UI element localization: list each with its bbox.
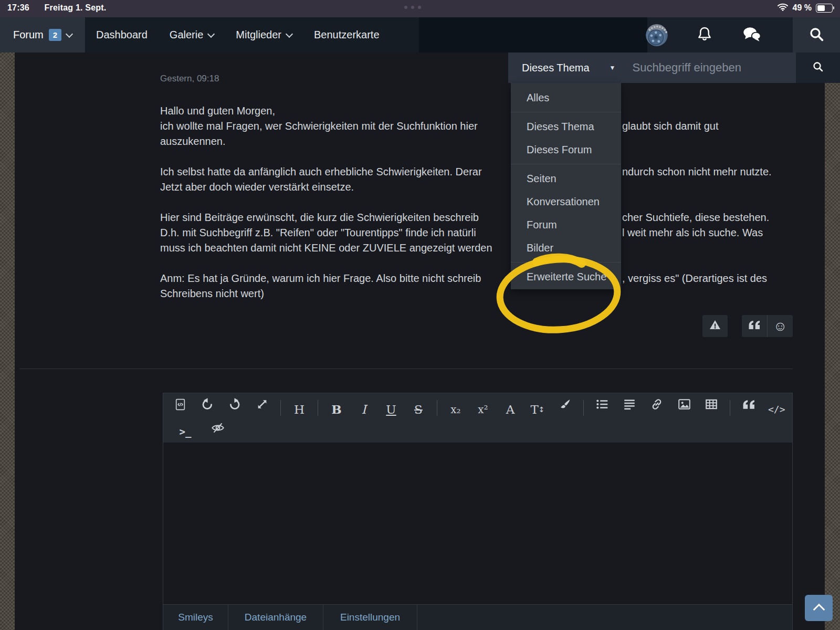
quote-icon (742, 400, 755, 418)
toolbar-separator (318, 400, 318, 416)
post-separator (19, 369, 793, 369)
status-date: Freitag 1. Sept. (45, 3, 107, 12)
menu-item-label: Forum (527, 219, 557, 231)
list-button[interactable] (589, 397, 616, 418)
highlight-brush-button[interactable] (551, 397, 579, 418)
nav-item-benutzerkarte[interactable]: Benutzerkarte (303, 17, 391, 52)
strikethrough-button[interactable]: S (405, 397, 432, 418)
editor-toolbar: H B I U S x₂ x² A T↕ (163, 393, 792, 443)
status-right: 49 % (777, 3, 833, 13)
post-line: Jetzt aber doch wieder verstärkt einsetz… (160, 180, 795, 195)
post-line-text: ndurch schon nicht mehr nutzte. (622, 164, 772, 180)
maximize-button[interactable] (248, 397, 276, 418)
italic-button[interactable]: I (350, 397, 377, 418)
dropdown-arrow-icon: ▼ (610, 64, 616, 71)
notifications-button[interactable] (689, 17, 720, 52)
text-size-button[interactable]: T↕ (524, 397, 551, 418)
chevron-down-icon (66, 30, 73, 37)
nav-item-galerie[interactable]: Galerie (159, 17, 225, 52)
report-post-button[interactable] (702, 315, 728, 337)
superscript-button[interactable]: x² (469, 397, 497, 418)
menu-item-erweiterte-suche[interactable]: Erweiterte Suche (511, 265, 621, 288)
image-icon (677, 397, 691, 418)
post-line: D.h. mit Suchbegriff z.B. "Reifen" oder … (160, 225, 795, 240)
post-line-text: Jetzt aber doch wieder verstärkt einsetz… (160, 180, 354, 195)
inline-code-button[interactable]: >_ (172, 419, 199, 440)
menu-divider (511, 262, 621, 262)
conversations-button[interactable] (736, 17, 768, 52)
smiley-icon: ☺ (773, 319, 788, 333)
search-input[interactable] (631, 60, 791, 75)
post-body-text: Hallo und guten Morgen, ich wollte mal F… (160, 103, 795, 301)
undo-button[interactable] (194, 397, 221, 418)
source-code-button[interactable] (166, 397, 194, 418)
table-button[interactable] (698, 397, 725, 418)
quote-block-button[interactable] (735, 397, 762, 418)
tab-dateianhaenge[interactable]: Dateianhänge (228, 605, 323, 630)
chevron-up-icon (813, 604, 825, 616)
search-submit-button[interactable] (796, 52, 840, 83)
menu-item-bilder[interactable]: Bilder (511, 236, 621, 259)
menu-divider (511, 112, 621, 112)
reply-message-textarea[interactable] (163, 443, 792, 604)
battery-percent: 49 % (793, 3, 812, 13)
underline-button[interactable]: U (377, 397, 405, 418)
menu-item-alles[interactable]: Alles (511, 86, 621, 109)
search-toggle-button[interactable] (793, 17, 840, 52)
post-line-text: Anm: Es hat ja Gründe, warum ich hier Fr… (160, 271, 481, 286)
heading-button[interactable]: H (286, 397, 313, 418)
menu-item-forum[interactable]: Forum (511, 213, 621, 236)
menu-item-seiten[interactable]: Seiten (511, 167, 621, 190)
menu-item-dieses-forum[interactable]: Dieses Forum (511, 138, 621, 161)
post-line: muss ich beachten damit nicht KEINE oder… (160, 240, 795, 256)
react-post-button[interactable]: ☺ (768, 315, 793, 337)
eye-slash-icon (211, 422, 225, 440)
user-avatar-button[interactable] (641, 17, 673, 52)
toolbar-row-1: H B I U S x₂ x² A T↕ (166, 396, 792, 419)
nav-menu: Forum 2 Dashboard Galerie Mitglieder Ben… (0, 17, 419, 52)
post-line-text: D.h. mit Suchbegriff z.B. "Reifen" oder … (160, 225, 476, 240)
menu-item-konversationen[interactable]: Konversationen (511, 190, 621, 213)
quote-react-group: ☺ (742, 315, 793, 337)
nav-item-dashboard[interactable]: Dashboard (85, 17, 159, 52)
post-line-text: auszukennen. (160, 134, 226, 149)
code-document-icon (174, 397, 187, 418)
menu-item-label: Seiten (527, 173, 556, 185)
forum-app-screen: 17:36 Freitag 1. Sept. 49 % Forum 2 (0, 0, 840, 630)
align-lines-icon (623, 397, 636, 418)
search-overlay-bar: Dieses Thema ▼ (508, 52, 796, 83)
image-button[interactable] (670, 397, 698, 418)
post-line-text: , vergiss es" (Derartiges ist des (622, 271, 767, 286)
link-button[interactable] (643, 397, 670, 418)
post-line: Schreibens nicht wert) (160, 286, 795, 301)
code-block-button[interactable]: </> (762, 397, 791, 418)
quote-post-button[interactable] (742, 315, 768, 337)
wifi-icon (777, 3, 789, 13)
bold-button[interactable]: B (323, 397, 350, 418)
post-line-text: cher Suchtiefe, diese bestehen. (622, 210, 769, 225)
redo-button[interactable] (221, 397, 248, 418)
tab-einstellungen[interactable]: Einstellungen (323, 605, 417, 630)
alignment-button[interactable] (616, 397, 643, 418)
spoiler-button[interactable] (204, 419, 232, 440)
nav-item-forum[interactable]: Forum 2 (0, 17, 85, 52)
tab-smileys[interactable]: Smileys (163, 605, 228, 630)
toolbar-separator (437, 400, 437, 416)
post-timestamp[interactable]: Gestern, 09:18 (160, 74, 219, 84)
menu-item-label: Dieses Forum (527, 144, 592, 156)
menu-item-label: Bilder (527, 242, 553, 254)
post-line: Hallo und guten Morgen, (160, 103, 795, 119)
undo-icon (201, 397, 214, 418)
font-color-button[interactable]: A (497, 397, 524, 418)
nav-item-mitglieder[interactable]: Mitglieder (225, 17, 303, 52)
updown-arrow-icon: ↕ (539, 401, 545, 418)
link-icon (650, 397, 664, 418)
post-line: Ich selbst hatte da anfänglich auch erhe… (160, 164, 795, 180)
subscript-button[interactable]: x₂ (442, 397, 469, 418)
warning-triangle-icon (709, 319, 721, 333)
text-size-glyph: T (530, 401, 538, 418)
search-scope-dropdown[interactable]: Dieses Thema ▼ (508, 62, 615, 74)
editor-tabs: Smileys Dateianhänge Einstellungen (163, 604, 792, 630)
menu-item-dieses-thema[interactable]: Dieses Thema (511, 115, 621, 138)
scroll-to-top-button[interactable] (805, 595, 833, 621)
